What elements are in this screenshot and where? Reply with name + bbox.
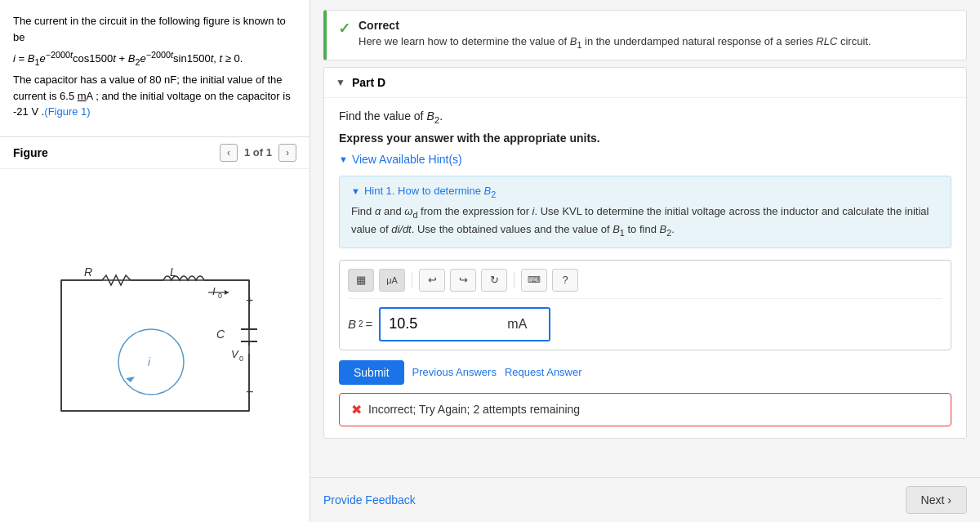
redo-button[interactable]: ↪	[450, 269, 476, 292]
spacer	[310, 445, 980, 477]
left-panel: The current in the circuit in the follow…	[0, 0, 310, 522]
svg-text:V: V	[231, 348, 239, 360]
part-d-section: ▼ Part D Find the value of B2. Express y…	[323, 67, 967, 439]
refresh-button[interactable]: ↻	[481, 269, 507, 292]
var-label: B2 =	[348, 317, 372, 331]
correct-banner: ✓ Correct Here we learn how to determine…	[323, 10, 967, 60]
next-chevron-icon: ›	[947, 493, 951, 506]
correct-title: Correct	[359, 19, 871, 32]
svg-text:R: R	[84, 265, 92, 279]
hint-title[interactable]: ▼ Hint 1. How to determine B2	[351, 185, 939, 199]
problem-equation: i = B1e−2000tcos1500t + B2e−2000tsin1500…	[13, 48, 296, 69]
svg-text:−: −	[246, 385, 253, 399]
figure-header: Figure ‹ 1 of 1 ›	[0, 137, 310, 169]
input-row: B2 = mA	[348, 307, 942, 341]
part-d-arrow-icon: ▼	[336, 77, 345, 88]
problem-details: The capacitor has a value of 80 nF; the …	[13, 72, 296, 120]
figure-link[interactable]: (Figure 1)	[44, 105, 90, 118]
figure-prev-button[interactable]: ‹	[220, 144, 238, 162]
figure-page: 1 of 1	[244, 146, 272, 158]
previous-answers-link[interactable]: Previous Answers	[412, 366, 497, 378]
right-panel: ✓ Correct Here we learn how to determine…	[310, 0, 980, 522]
correct-text: Correct Here we learn how to determine t…	[359, 19, 871, 51]
problem-intro: The current in the circuit in the follow…	[13, 13, 296, 45]
find-text: Find the value of B2.	[339, 109, 951, 125]
undo-button[interactable]: ↩	[419, 269, 445, 292]
figure-nav: ‹ 1 of 1 ›	[220, 144, 296, 162]
answer-actions: Submit Previous Answers Request Answer	[339, 360, 951, 385]
figure-next-button[interactable]: ›	[278, 144, 296, 162]
answer-toolbar: ▦ μA ↩ ↪ ↻ ⌨ ?	[348, 269, 942, 299]
hint-box: ▼ Hint 1. How to determine B2 Find α and…	[339, 176, 951, 248]
svg-text:i: i	[148, 355, 151, 368]
x-icon: ✖	[351, 402, 362, 417]
incorrect-box: ✖ Incorrect; Try Again; 2 attempts remai…	[339, 393, 951, 426]
part-d-header[interactable]: ▼ Part D	[324, 68, 966, 98]
hints-arrow-icon: ▼	[339, 154, 348, 164]
keyboard-button[interactable]: ⌨	[521, 269, 547, 292]
toolbar-separator-1	[412, 272, 412, 288]
incorrect-message: Incorrect; Try Again; 2 attempts remaini…	[368, 403, 580, 416]
answer-input[interactable]	[379, 307, 485, 341]
figure-label: Figure	[13, 146, 48, 159]
bottom-bar: Provide Feedback Next ›	[310, 477, 980, 522]
unit-button[interactable]: μA	[379, 269, 405, 292]
hints-toggle-label: View Available Hint(s)	[352, 153, 462, 166]
toolbar-separator-2	[514, 272, 514, 288]
svg-text:I: I	[212, 285, 216, 297]
figure-area: Figure ‹ 1 of 1 › R L	[0, 137, 310, 522]
circuit-container: R L I 0 +	[0, 169, 310, 522]
next-label: Next	[921, 493, 945, 506]
correct-body: Here we learn how to determine the value…	[359, 34, 871, 51]
matrix-button[interactable]: ▦	[348, 269, 374, 292]
hint-body: Find α and ωd from the expression for i.…	[351, 203, 939, 239]
circuit-diagram: R L I 0 +	[37, 264, 274, 427]
hint-title-label: Hint 1. How to determine B2	[364, 185, 496, 199]
svg-text:0: 0	[239, 355, 243, 363]
check-icon: ✓	[338, 20, 350, 38]
next-button[interactable]: Next ›	[906, 486, 967, 514]
provide-feedback-link[interactable]: Provide Feedback	[323, 493, 416, 506]
svg-marker-25	[126, 377, 135, 382]
svg-rect-0	[61, 280, 249, 411]
hint-arrow-icon: ▼	[351, 186, 360, 196]
unit-display: mA	[485, 307, 550, 341]
express-text: Express your answer with the appropriate…	[339, 132, 951, 145]
part-d-body: Find the value of B2. Express your answe…	[324, 98, 966, 438]
submit-button[interactable]: Submit	[339, 360, 404, 385]
hints-toggle[interactable]: ▼ View Available Hint(s)	[339, 153, 951, 166]
svg-marker-9	[225, 290, 229, 295]
problem-text-area: The current in the circuit in the follow…	[0, 0, 310, 137]
answer-area: ▦ μA ↩ ↪ ↻ ⌨ ? B2 = mA	[339, 260, 951, 350]
help-button[interactable]: ?	[552, 269, 578, 292]
svg-point-23	[118, 329, 184, 395]
part-d-label: Part D	[352, 76, 385, 89]
request-answer-link[interactable]: Request Answer	[505, 366, 582, 378]
svg-text:C: C	[216, 328, 225, 341]
